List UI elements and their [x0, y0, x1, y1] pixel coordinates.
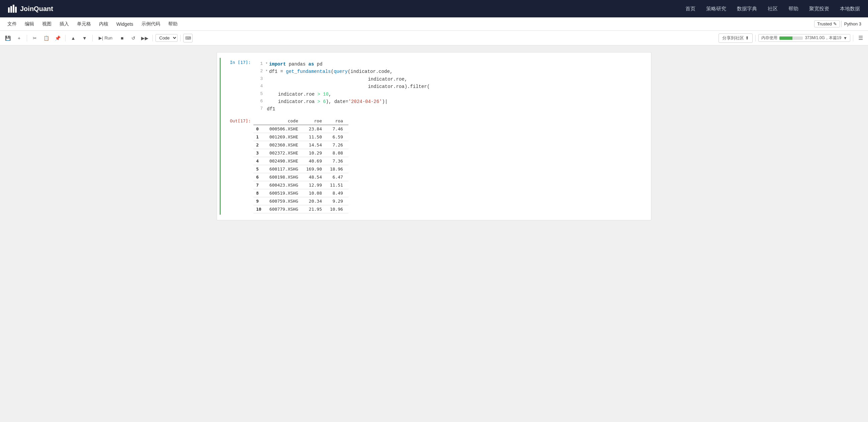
memory-label: 内存使用 — [761, 35, 777, 41]
restart-button[interactable]: ↺ — [128, 33, 138, 43]
code-line-1: 1 ▾ import pandas as pd — [255, 61, 647, 68]
table-row: 0000506.XSHE23.847.46 — [253, 125, 348, 133]
notebook-inner: In [17]: 1 ▾ import pandas as pd 2 ▾ — [217, 52, 651, 220]
separator-1 — [27, 35, 27, 41]
td-code: 000506.XSHE — [267, 125, 304, 133]
separator-4 — [152, 35, 153, 41]
menu-kernel[interactable]: 内核 — [96, 20, 112, 28]
move-down-button[interactable]: ▼ — [80, 33, 90, 43]
td-roa: 8.49 — [327, 189, 348, 197]
td-index: 6 — [253, 173, 267, 181]
cell-input: In [17]: 1 ▾ import pandas as pd 2 ▾ — [221, 59, 648, 114]
cell-out-label: Out[17]: — [221, 117, 251, 123]
td-roa: 10.96 — [327, 205, 348, 213]
move-up-button[interactable]: ▲ — [68, 33, 78, 43]
menu-file[interactable]: 文件 — [4, 20, 20, 28]
td-index: 0 — [253, 125, 267, 133]
td-index: 1 — [253, 133, 267, 141]
keyboard-button[interactable]: ⌨ — [183, 34, 193, 42]
add-cell-button[interactable]: + — [14, 33, 24, 43]
menu-examples[interactable]: 示例代码 — [138, 20, 163, 28]
code-line-7: 7 df1 — [255, 106, 647, 113]
edit-icon: ✎ — [833, 21, 837, 26]
nav-home[interactable]: 首页 — [685, 6, 695, 12]
td-index: 9 — [253, 197, 267, 205]
nav-localdata[interactable]: 本地数据 — [840, 6, 860, 12]
table-row: 3002372.XSHE10.298.08 — [253, 149, 348, 157]
logo[interactable]: JoinQuant — [8, 5, 53, 13]
cell-code-area[interactable]: 1 ▾ import pandas as pd 2 ▾ df1 = get_fu… — [253, 59, 648, 114]
menu-cell[interactable]: 单元格 — [73, 20, 94, 28]
th-roe: roe — [304, 117, 327, 125]
td-index: 3 — [253, 149, 267, 157]
separator-2 — [65, 35, 65, 41]
table-row: 7600423.XSHG12.9911.51 — [253, 181, 348, 189]
memory-bar-fill — [779, 36, 793, 40]
run-icon: ▶| — [99, 35, 103, 40]
save-button[interactable]: 💾 — [3, 33, 13, 43]
nav-community[interactable]: 社区 — [768, 6, 778, 12]
trusted-badge[interactable]: Trusted ✎ — [814, 21, 840, 27]
td-index: 7 — [253, 181, 267, 189]
cut-button[interactable]: ✂ — [30, 33, 40, 43]
td-index: 2 — [253, 141, 267, 149]
td-roa: 9.29 — [327, 197, 348, 205]
td-roe: 14.54 — [304, 141, 327, 149]
table-row: 5600117.XSHG169.9018.96 — [253, 165, 348, 173]
nav-datadict[interactable]: 数据字典 — [737, 6, 757, 12]
svg-rect-2 — [13, 5, 14, 13]
td-roe: 20.34 — [304, 197, 327, 205]
svg-rect-0 — [8, 7, 10, 13]
svg-rect-3 — [15, 7, 17, 13]
code-line-5: 5 indicator.roe > 10, — [255, 91, 647, 98]
code-line-3: 3 indicator.roe, — [255, 76, 647, 83]
separator-3 — [92, 35, 93, 41]
restart-run-button[interactable]: ▶▶ — [140, 33, 150, 43]
nav-strategy[interactable]: 策略研究 — [706, 6, 726, 12]
cell-output: Out[17]: code roe roa 0000506.XSHE — [221, 117, 648, 213]
menu-view[interactable]: 视图 — [39, 20, 55, 28]
menu-edit[interactable]: 编辑 — [22, 20, 37, 28]
menu-widgets[interactable]: Widgets — [113, 20, 137, 28]
table-header-row: code roe roa — [253, 117, 348, 125]
td-roa: 18.96 — [327, 165, 348, 173]
td-roe: 11.50 — [304, 133, 327, 141]
memory-bar — [779, 36, 803, 40]
nav-help[interactable]: 帮助 — [788, 6, 799, 12]
toolbar: 💾 + ✂ 📋 📌 ▲ ▼ ▶| Run ■ ↺ ▶▶ Code ⌨ 分享到社区… — [0, 31, 868, 46]
th-roa: roa — [327, 117, 348, 125]
share-icon: ⬆ — [745, 35, 749, 40]
menu-help[interactable]: 帮助 — [165, 20, 181, 28]
top-navigation: JoinQuant 首页 策略研究 数据字典 社区 帮助 聚宽投资 本地数据 — [0, 0, 868, 18]
td-roe: 10.08 — [304, 189, 327, 197]
separator-6 — [755, 35, 756, 41]
td-code: 600759.XSHG — [267, 197, 304, 205]
interrupt-button[interactable]: ■ — [117, 33, 127, 43]
copy-button[interactable]: 📋 — [41, 33, 51, 43]
td-roa: 6.59 — [327, 133, 348, 141]
code-block: 1 ▾ import pandas as pd 2 ▾ df1 = get_fu… — [255, 61, 647, 113]
run-button[interactable]: ▶| Run — [95, 34, 116, 42]
logo-icon — [8, 5, 18, 13]
memory-chevron-icon: ▼ — [843, 36, 847, 40]
menu-insert[interactable]: 插入 — [56, 20, 72, 28]
td-roa: 7.26 — [327, 141, 348, 149]
td-index: 10 — [253, 205, 267, 213]
td-index: 5 — [253, 165, 267, 173]
list-button[interactable]: ☰ — [856, 34, 865, 42]
td-roa: 6.47 — [327, 173, 348, 181]
paste-button[interactable]: 📌 — [53, 33, 63, 43]
nav-invest[interactable]: 聚宽投资 — [809, 6, 829, 12]
cell-type-select[interactable]: Code — [155, 34, 178, 42]
td-code: 600423.XSHG — [267, 181, 304, 189]
td-roa: 8.08 — [327, 149, 348, 157]
share-button[interactable]: 分享到社区 ⬆ — [718, 33, 753, 43]
td-roe: 48.54 — [304, 173, 327, 181]
code-line-6: 6 indicator.roa > 6), date='2024-04-26')… — [255, 98, 647, 106]
td-roe: 21.95 — [304, 205, 327, 213]
td-roe: 12.99 — [304, 181, 327, 189]
code-line-2: 2 ▾ df1 = get_fundamentals(query(indicat… — [255, 68, 647, 75]
td-code: 600779.XSHG — [267, 205, 304, 213]
cell-in-label: In [17]: — [221, 59, 251, 65]
th-code: code — [267, 117, 304, 125]
